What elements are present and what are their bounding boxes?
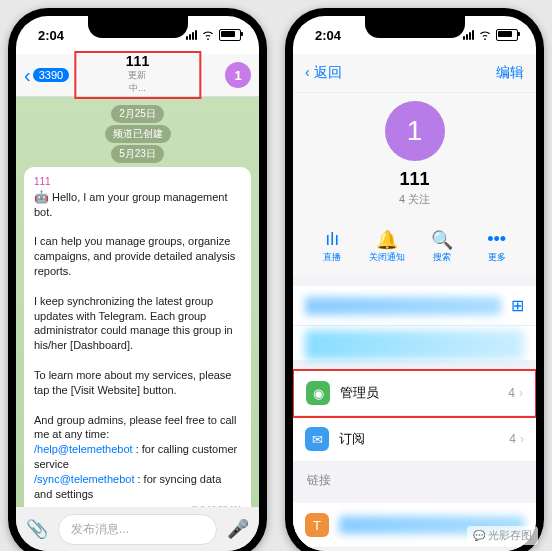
message-bubble[interactable]: 111 🤖 Hello, I am your group management … xyxy=(24,167,251,508)
chevron-right-icon: › xyxy=(520,432,524,446)
more-icon: ••• xyxy=(469,229,524,249)
subscribe-row[interactable]: ✉ 订阅 4 › xyxy=(293,417,536,462)
bot-icon: 🤖 xyxy=(34,190,49,204)
status-icons xyxy=(186,29,241,41)
more-action[interactable]: •••更多 xyxy=(469,229,524,264)
watermark: 光影存图 xyxy=(467,526,538,545)
bell-icon: 🔔 xyxy=(360,229,415,249)
unread-badge: 3390 xyxy=(33,68,69,82)
profile-name: 111 xyxy=(293,169,536,190)
links-section-title: 链接 xyxy=(293,462,536,493)
date-pill: 5月23日 xyxy=(111,145,164,163)
chat-title-area[interactable]: 111 更新中... xyxy=(74,51,201,99)
back-button[interactable]: ‹3390 xyxy=(24,64,69,87)
live-icon: ılı xyxy=(305,229,360,249)
admin-icon: ◉ xyxy=(306,381,330,405)
chevron-right-icon: › xyxy=(519,386,523,400)
message-input[interactable]: 发布消息... xyxy=(58,514,217,545)
profile-subtitle: 4 关注 xyxy=(293,192,536,207)
system-pill: 频道已创建 xyxy=(105,125,171,143)
search-icon: 🔍 xyxy=(415,229,470,249)
profile-avatar[interactable]: 1 xyxy=(385,101,445,161)
blurred-content xyxy=(305,297,501,315)
live-action[interactable]: ılı直播 xyxy=(305,229,360,264)
chat-subtitle: 更新中... xyxy=(126,69,149,95)
info-row[interactable]: ⊞ xyxy=(293,286,536,326)
search-action[interactable]: 🔍搜索 xyxy=(415,229,470,264)
admin-row[interactable]: ◉ 管理员 4 › xyxy=(294,371,535,416)
date-pill: 2月25日 xyxy=(111,105,164,123)
subscribe-icon: ✉ xyxy=(305,427,329,451)
sync-link[interactable]: /sync@telemethebot xyxy=(34,473,134,485)
qr-icon[interactable]: ⊞ xyxy=(511,296,524,315)
edit-button[interactable]: 编辑 xyxy=(496,64,524,82)
mic-icon[interactable]: 🎤 xyxy=(227,518,249,540)
chat-title: 111 xyxy=(126,53,149,69)
blurred-content xyxy=(305,330,524,360)
sender-name: 111 xyxy=(34,175,241,189)
status-time: 2:04 xyxy=(315,28,341,43)
help-link[interactable]: /help@telemethebot xyxy=(34,443,133,455)
back-button[interactable]: ‹ 返回 xyxy=(305,64,342,82)
mute-action[interactable]: 🔔关闭通知 xyxy=(360,229,415,264)
status-icons xyxy=(463,29,518,41)
link-icon: T xyxy=(305,513,329,537)
status-time: 2:04 xyxy=(38,28,64,43)
chat-avatar[interactable]: 1 xyxy=(225,62,251,88)
attach-icon[interactable]: 📎 xyxy=(26,518,48,540)
chat-body[interactable]: 2月25日 频道已创建 5月23日 111 🤖 Hello, I am your… xyxy=(16,97,259,508)
